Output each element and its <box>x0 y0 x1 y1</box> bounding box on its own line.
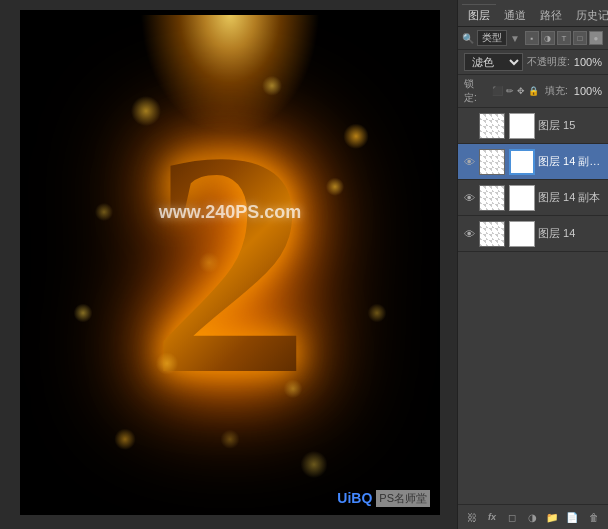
layer-thumb-14 <box>479 221 505 247</box>
layer-name-14: 图层 14 <box>538 226 604 241</box>
layer-name-14copy: 图层 14 副本 <box>538 190 604 205</box>
fx-icon[interactable]: fx <box>484 509 500 525</box>
panel-tabs: 图层 通道 路径 历史记录 动作 <box>458 0 608 27</box>
search-icon: 🔍 <box>462 33 474 44</box>
layer-name-15: 图层 15 <box>538 118 604 133</box>
layer-item-14copy[interactable]: 👁 图层 14 副本 <box>458 180 608 216</box>
layer-list: 图层 15 👁 图层 14 副本 2 👁 图层 14 副本 👁 图层 14 <box>458 108 608 288</box>
mask-icon[interactable]: ◻ <box>504 509 520 525</box>
uibq-label: UiBQ <box>337 490 372 507</box>
filter-pixel-btn[interactable]: ▪ <box>525 31 539 45</box>
filter-icons: ▪ ◑ T □ ● <box>525 31 603 45</box>
visibility-icon-14copy[interactable]: 👁 <box>462 191 476 205</box>
tab-history[interactable]: 历史记录 <box>570 4 608 26</box>
filter-type-btn[interactable]: T <box>557 31 571 45</box>
visibility-icon-14[interactable]: 👁 <box>462 227 476 241</box>
chevron-icon: ▼ <box>510 33 520 44</box>
fill-label: 填充: <box>545 84 568 98</box>
link-icon[interactable]: ⛓ <box>464 509 480 525</box>
layer-thumb-14copy <box>479 185 505 211</box>
tab-paths[interactable]: 路径 <box>534 4 568 26</box>
layer-name-14copy2: 图层 14 副本 2 <box>538 154 604 169</box>
lock-position-btn[interactable]: ✥ <box>517 86 525 96</box>
layer-mask-thumb-14 <box>509 221 535 247</box>
layer-mask-thumb-14copy2 <box>509 149 535 175</box>
lock-all-btn[interactable]: 🔒 <box>528 86 539 96</box>
fill-value: 100% <box>574 85 602 97</box>
visibility-icon-14copy2[interactable]: 👁 <box>462 155 476 169</box>
layer-mask-thumb-15 <box>509 113 535 139</box>
layer-item-15[interactable]: 图层 15 <box>458 108 608 144</box>
lock-transparent-btn[interactable]: ⬛ <box>492 86 503 96</box>
ps-label: PS名师堂 <box>376 490 430 507</box>
layers-panel: 图层 通道 路径 历史记录 动作 🔍 类型 ▼ ▪ ◑ T □ ● 滤色 不透明… <box>457 0 608 529</box>
lock-pixels-btn[interactable]: ✏ <box>506 86 514 96</box>
visibility-icon-15[interactable] <box>462 119 476 133</box>
canvas-area: 2 www.240PS.com UiBQ PS名师堂 <box>0 0 457 529</box>
new-layer-icon[interactable]: 📄 <box>564 509 580 525</box>
group-icon[interactable]: 📁 <box>544 509 560 525</box>
layer-thumb-14copy2 <box>479 149 505 175</box>
canvas-bg: 2 www.240PS.com UiBQ PS名师堂 <box>20 10 440 515</box>
blend-mode-select[interactable]: 滤色 <box>464 53 523 71</box>
layer-item-14copy2[interactable]: 👁 图层 14 副本 2 <box>458 144 608 180</box>
opacity-label: 不透明度: <box>527 55 570 69</box>
layer-item-14[interactable]: 👁 图层 14 <box>458 216 608 252</box>
filter-adjust-btn[interactable]: ◑ <box>541 31 555 45</box>
lock-row: 锁定: ⬛ ✏ ✥ 🔒 填充: 100% <box>458 75 608 108</box>
tab-channels[interactable]: 通道 <box>498 4 532 26</box>
filter-toggle-btn[interactable]: ● <box>589 31 603 45</box>
delete-layer-icon[interactable]: 🗑 <box>586 509 602 525</box>
opacity-value: 100% <box>574 56 602 68</box>
tab-layers[interactable]: 图层 <box>462 4 496 26</box>
watermark-text: www.240PS.com <box>159 202 301 223</box>
layer-mask-thumb-14copy <box>509 185 535 211</box>
panel-bottom-toolbar: ⛓ fx ◻ ◑ 📁 📄 🗑 <box>458 504 608 529</box>
bottom-watermark: UiBQ PS名师堂 <box>337 490 430 507</box>
layer-thumb-15 <box>479 113 505 139</box>
lock-label: 锁定: <box>464 77 486 105</box>
filter-shape-btn[interactable]: □ <box>573 31 587 45</box>
type-badge[interactable]: 类型 <box>477 30 507 46</box>
number-two: 2 <box>150 103 310 423</box>
lock-icons: ⬛ ✏ ✥ 🔒 <box>492 86 539 96</box>
adjustment-icon[interactable]: ◑ <box>524 509 540 525</box>
blend-mode-row: 滤色 不透明度: 100% <box>458 50 608 75</box>
layer-search-row: 🔍 类型 ▼ ▪ ◑ T □ ● <box>458 27 608 50</box>
